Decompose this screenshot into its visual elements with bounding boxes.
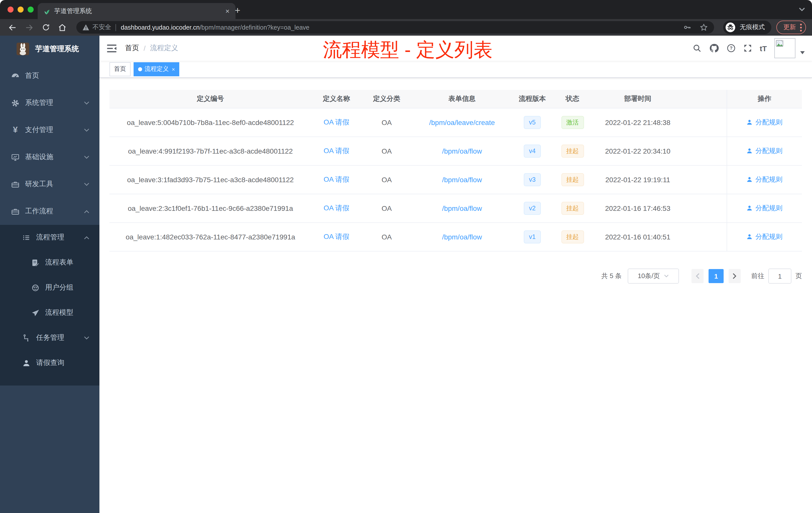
form-info-link[interactable]: /bpm/oa/flow	[442, 204, 482, 212]
col-form-info: 表单信息	[412, 90, 512, 108]
sidebar-item-process-model[interactable]: 流程模型	[0, 300, 99, 325]
toolbox-icon	[11, 207, 20, 216]
definition-name-link[interactable]: OA 请假	[324, 175, 349, 183]
home-icon[interactable]	[56, 21, 69, 34]
send-icon	[31, 308, 40, 317]
url-divider	[115, 24, 116, 31]
version-badge: v2	[524, 202, 541, 215]
sidebar-item-process-manage[interactable]: 流程管理	[0, 225, 99, 250]
chevron-down-icon	[84, 155, 89, 159]
avatar[interactable]	[774, 38, 795, 58]
tab-close-icon[interactable]: ×	[172, 66, 175, 72]
minimize-window-button[interactable]	[18, 6, 24, 12]
assign-rule-button[interactable]: 分配规则	[747, 233, 783, 241]
form-info-link[interactable]: /bpm/oa/flow	[442, 147, 482, 155]
new-tab-button[interactable]: +	[231, 4, 244, 17]
user-icon	[747, 119, 753, 126]
sidebar-item-task-manage[interactable]: 任务管理	[0, 325, 99, 350]
sidebar-item-leave-query[interactable]: 请假查询	[0, 350, 99, 375]
security-label[interactable]: 不安全	[92, 23, 111, 32]
back-icon[interactable]	[6, 21, 19, 34]
sidebar-item-label: 系统管理	[25, 98, 53, 108]
sidebar-item-label: 用户分组	[45, 283, 73, 292]
assign-rule-button[interactable]: 分配规则	[747, 118, 783, 127]
tab-process-definition[interactable]: 流程定义 ×	[134, 62, 179, 76]
sidebar-item-infra[interactable]: 基础设施	[0, 144, 99, 171]
chevron-right-icon	[733, 273, 737, 279]
incognito-icon	[725, 22, 736, 33]
browser-update-button[interactable]: 更新	[776, 21, 806, 34]
form-info-link[interactable]: /bpm/oa/flow	[442, 176, 482, 184]
address-bar[interactable]: 不安全 dashboard.yudao.iocoder.cn/bpm/manag…	[76, 21, 714, 34]
tab-home[interactable]: 首页	[110, 62, 130, 76]
breadcrumb-home[interactable]: 首页	[125, 44, 139, 53]
prev-page-button[interactable]	[692, 269, 703, 283]
search-icon[interactable]	[693, 44, 701, 53]
definition-name-link[interactable]: OA 请假	[324, 147, 349, 155]
sidebar-item-pay[interactable]: ¥ 支付管理	[0, 117, 99, 144]
assign-rule-button[interactable]: 分配规则	[747, 175, 783, 184]
caret-down-icon[interactable]	[800, 51, 805, 54]
window-controls[interactable]	[7, 6, 34, 12]
sidebar-item-label: 流程模型	[45, 308, 73, 317]
goto-page-input[interactable]	[768, 269, 791, 283]
url-path[interactable]: /bpm/manager/definition?key=oa_leave	[200, 24, 309, 31]
url-host[interactable]: dashboard.yudao.iocoder.cn	[121, 24, 200, 31]
forward-icon[interactable]	[23, 21, 36, 34]
definition-table: 定义编号 定义名称 定义分类 表单信息 流程版本 状态 部署时间 操作	[110, 90, 802, 251]
status-badge: 挂起	[561, 202, 584, 215]
definition-category: OA	[361, 108, 412, 137]
chevron-down-icon	[84, 101, 89, 105]
gear-icon	[11, 99, 20, 107]
help-icon[interactable]: ?	[727, 44, 736, 53]
font-size-icon[interactable]: tT	[760, 44, 767, 53]
logo-rabbit-image	[17, 43, 29, 55]
zoom-window-button[interactable]	[28, 6, 34, 12]
sidebar-item-label: 流程管理	[36, 233, 64, 242]
next-page-button[interactable]	[729, 269, 741, 283]
col-process-version: 流程版本	[512, 90, 552, 108]
reload-icon[interactable]	[39, 21, 52, 34]
deploy-time: 2022-01-16 01:40:51	[592, 222, 683, 251]
kebab-menu-icon[interactable]	[800, 23, 802, 31]
sidebar-item-label: 请假查询	[36, 358, 64, 367]
col-definition-name: 定义名称	[311, 90, 361, 108]
monitor-icon	[11, 153, 20, 161]
sidebar-item-devtools[interactable]: 研发工具	[0, 171, 99, 198]
tags-view: 首页 流程定义 ×	[99, 61, 812, 78]
not-secure-warning-icon[interactable]	[82, 24, 89, 31]
breadcrumb: 首页 / 流程定义	[125, 44, 178, 53]
hamburger-icon[interactable]	[107, 43, 117, 53]
definition-name-link[interactable]: OA 请假	[324, 118, 349, 126]
active-dot-icon	[138, 67, 142, 71]
bookmark-star-icon[interactable]	[699, 23, 708, 32]
fullscreen-icon[interactable]	[743, 44, 752, 53]
tab-search-caret-icon[interactable]	[799, 7, 805, 11]
form-info-link[interactable]: /bpm/oa/leave/create	[429, 118, 495, 126]
table-row: oa_leave:5:004b710b-7b8a-11ec-8ef0-acde4…	[110, 108, 802, 137]
assign-rule-button[interactable]: 分配规则	[747, 204, 783, 213]
definition-id: oa_leave:5:004b710b-7b8a-11ec-8ef0-acde4…	[110, 108, 311, 137]
browser-tab[interactable]: 芋道管理系统 ×	[38, 3, 235, 19]
user-icon	[747, 205, 753, 212]
definition-id: oa_leave:2:3c1f0ef1-76b1-11ec-9c66-a2380…	[110, 194, 311, 222]
sidebar-item-system[interactable]: 系统管理	[0, 89, 99, 117]
definition-name-link[interactable]: OA 请假	[324, 204, 349, 212]
github-icon[interactable]	[709, 43, 719, 53]
sidebar-item-workflow[interactable]: 工作流程	[0, 198, 99, 225]
app-logo[interactable]: 芋道管理系统	[0, 36, 99, 62]
definition-id: oa_leave:1:482ec033-762a-11ec-8477-a2380…	[110, 222, 311, 251]
col-definition-category: 定义分类	[361, 90, 412, 108]
sidebar-item-process-form[interactable]: 流程表单	[0, 250, 99, 275]
form-info-link[interactable]: /bpm/oa/flow	[442, 233, 482, 241]
sidebar-item-user-group[interactable]: 用户分组	[0, 275, 99, 300]
key-icon[interactable]	[683, 23, 692, 32]
definition-name-link[interactable]: OA 请假	[324, 233, 349, 240]
page-number-1[interactable]: 1	[708, 269, 724, 283]
page-size-select[interactable]: 10条/页	[628, 269, 679, 283]
close-window-button[interactable]	[7, 6, 13, 12]
assign-rule-button[interactable]: 分配规则	[747, 147, 783, 156]
sidebar-item-home[interactable]: 首页	[0, 62, 99, 89]
tab-close-icon[interactable]: ×	[226, 7, 230, 14]
update-label[interactable]: 更新	[783, 23, 796, 32]
